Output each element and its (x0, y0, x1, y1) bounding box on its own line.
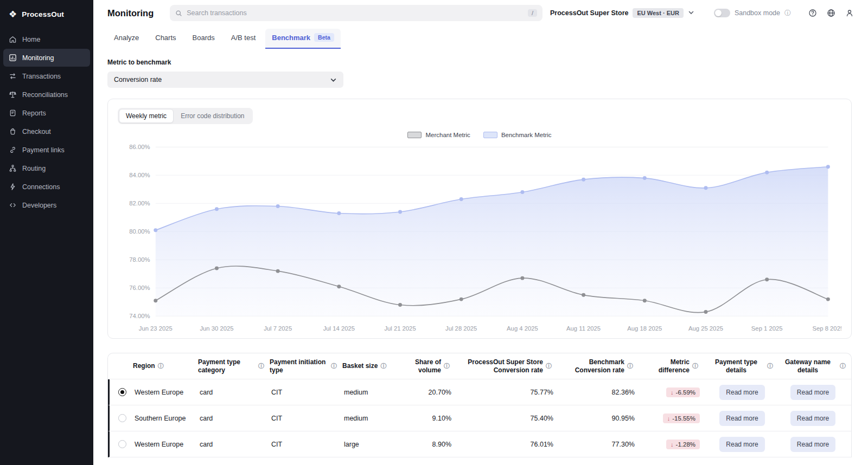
col-payment-initiation-type: Payment initiation typeⓘ (270, 358, 342, 374)
col-merchant-conversion-rate: ProcessOut Super Store Conversion rateⓘ (459, 358, 561, 374)
checkout-icon (9, 127, 17, 135)
row-radio[interactable] (118, 440, 126, 448)
table-row: Southern Europe card CIT medium 9.10% 75… (108, 405, 851, 431)
sidebar-item-monitoring[interactable]: Monitoring (3, 49, 90, 67)
sidebar-item-checkout[interactable]: Checkout (3, 122, 90, 140)
sidebar-item-reconciliations[interactable]: Reconciliations (3, 86, 90, 104)
difference-badge: ↓-1.28% (666, 440, 700, 449)
routing-icon (9, 164, 17, 172)
svg-text:84.00%: 84.00% (129, 172, 150, 178)
sidebar-item-payment-links[interactable]: Payment links (3, 141, 90, 159)
tab-charts[interactable]: Charts (149, 29, 182, 49)
info-icon[interactable]: ⓘ (444, 363, 450, 369)
benchmark-chart: 86.00%84.00%82.00%80.00%78.00%76.00%74.0… (118, 139, 841, 335)
basket-size-cell: medium (344, 415, 397, 422)
chevron-down-icon (688, 9, 694, 17)
svg-text:Jul 28 2025: Jul 28 2025 (445, 325, 477, 332)
benchmark-rate-cell: 77.30% (563, 441, 644, 448)
col-basket-size: Basket sizeⓘ (342, 362, 395, 370)
payment-type-read-more-button[interactable]: Read more (719, 437, 764, 452)
info-icon[interactable]: ⓘ (331, 363, 337, 369)
info-icon[interactable]: ⓘ (692, 363, 698, 369)
toggle-weekly-metric[interactable]: Weekly metric (119, 109, 174, 123)
info-icon[interactable]: ⓘ (546, 363, 552, 369)
search-bar[interactable]: / (170, 5, 542, 21)
down-arrow-icon: ↓ (667, 415, 671, 422)
topbar: Monitoring / ProcessOut Super Store EU W… (93, 0, 868, 26)
legend-benchmark: Benchmark Metric (483, 132, 552, 138)
basket-size-cell: medium (344, 389, 397, 396)
brand-logo: ❖ ProcessOut (0, 4, 93, 30)
svg-text:Sep 8 2025: Sep 8 2025 (813, 325, 841, 332)
metric-difference-cell: ↓-15.55% (644, 414, 710, 423)
table-row: Western Europe card CIT medium 20.70% 75… (108, 379, 851, 405)
transactions-icon (9, 72, 17, 80)
gateway-name-read-more-button[interactable]: Read more (790, 411, 835, 426)
sidebar-item-connections[interactable]: Connections (3, 178, 90, 196)
sidebar-item-transactions[interactable]: Transactions (3, 67, 90, 85)
chevron-down-icon (330, 76, 337, 83)
sidebar-item-routing[interactable]: Routing (3, 159, 90, 177)
tab-benchmark[interactable]: Benchmark Beta (265, 29, 341, 49)
svg-text:Aug 25 2025: Aug 25 2025 (688, 325, 723, 332)
topbar-icons (808, 9, 854, 17)
metric-select[interactable]: Conversion rate (107, 72, 343, 88)
search-shortcut-key: / (528, 9, 537, 17)
globe-icon[interactable] (827, 9, 835, 17)
metric-select-label: Metric to benchmark (107, 59, 854, 66)
row-radio[interactable] (118, 414, 126, 422)
col-metric-difference: Metric differenceⓘ (643, 358, 708, 374)
gateway-name-read-more-button[interactable]: Read more (790, 437, 835, 452)
merchant-rate-cell: 75.77% (461, 389, 563, 396)
store-name: ProcessOut Super Store (550, 9, 629, 17)
info-icon[interactable]: ⓘ (627, 363, 633, 369)
main-content: Monitoring / ProcessOut Super Store EU W… (93, 0, 868, 465)
store-region-badge: EU West · EUR (633, 8, 683, 18)
brand-name: ProcessOut (22, 10, 64, 18)
metric-block: Metric to benchmark Conversion rate (93, 49, 868, 88)
merchant-rate-cell: 75.40% (461, 415, 563, 422)
metric-difference-cell: ↓-6.59% (644, 388, 710, 397)
connections-icon (9, 183, 17, 191)
svg-text:Aug 4 2025: Aug 4 2025 (507, 325, 538, 332)
tab-analyze[interactable]: Analyze (107, 29, 145, 49)
info-icon[interactable]: ⓘ (258, 363, 264, 369)
code-icon (9, 201, 17, 209)
search-icon (175, 10, 182, 17)
svg-text:Aug 11 2025: Aug 11 2025 (566, 325, 601, 332)
svg-text:76.00%: 76.00% (129, 285, 150, 291)
info-icon[interactable]: ⓘ (158, 363, 164, 369)
sidebar: ❖ ProcessOut Home Monitoring Transaction… (0, 0, 93, 465)
sandbox-label: Sandbox mode (735, 9, 780, 17)
payment-type-read-more-button[interactable]: Read more (719, 411, 764, 426)
sidebar-item-reports[interactable]: Reports (3, 104, 90, 122)
search-input[interactable] (187, 9, 524, 17)
tab-ab-test[interactable]: A/B test (225, 29, 263, 49)
sandbox-info-icon[interactable]: ⓘ (784, 10, 791, 16)
col-payment-type-details: Payment type detailsⓘ (708, 358, 778, 374)
svg-text:74.00%: 74.00% (129, 313, 150, 319)
region-cell: Western Europe (135, 441, 200, 448)
toggle-error-code-distribution[interactable]: Error code distribution (174, 109, 251, 123)
chart-legend: Merchant Metric Benchmark Metric (118, 132, 841, 138)
col-gateway-name-details: Gateway name detailsⓘ (778, 358, 851, 374)
tab-boards[interactable]: Boards (186, 29, 221, 49)
metric-select-value: Conversion rate (114, 76, 162, 83)
info-icon[interactable]: ⓘ (767, 363, 773, 369)
user-icon[interactable] (845, 9, 854, 17)
metric-difference-cell: ↓-1.28% (644, 440, 710, 449)
store-selector[interactable]: ProcessOut Super Store EU West · EUR (550, 8, 694, 18)
help-icon[interactable] (808, 9, 817, 17)
payment-type-category-cell: card (200, 389, 271, 396)
row-radio[interactable] (118, 388, 126, 396)
info-icon[interactable]: ⓘ (380, 363, 386, 369)
reconciliations-icon (9, 91, 17, 99)
benchmark-rate-cell: 82.36% (563, 389, 644, 396)
gateway-name-read-more-button[interactable]: Read more (790, 385, 835, 400)
sandbox-toggle[interactable] (714, 9, 730, 17)
payment-type-read-more-button[interactable]: Read more (719, 385, 764, 400)
sidebar-item-developers[interactable]: Developers (3, 196, 90, 214)
sidebar-item-home[interactable]: Home (3, 30, 90, 48)
info-icon[interactable]: ⓘ (840, 363, 846, 369)
payment-initiation-type-cell: CIT (271, 441, 344, 448)
